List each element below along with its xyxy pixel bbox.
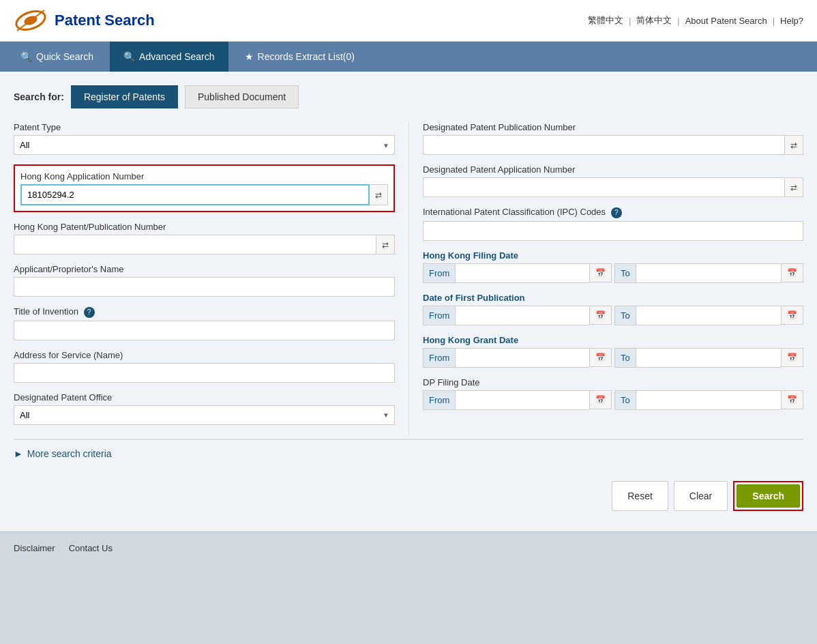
search-button[interactable]: Search: [737, 484, 800, 508]
tab-published-document[interactable]: Published Document: [185, 85, 299, 108]
ipc-codes-input[interactable]: [423, 221, 803, 241]
patent-type-label: Patent Type: [14, 122, 395, 132]
dp-filing-date-from-cal[interactable]: 📅: [589, 390, 612, 409]
search-btn-wrapper: Search: [733, 481, 803, 511]
hk-grant-date-from: From 📅: [423, 348, 612, 368]
hk-pub-number-wrapper: ⇄: [14, 235, 395, 254]
tab-quick-search[interactable]: 🔍 Quick Search: [7, 42, 107, 72]
title-help-icon[interactable]: ?: [84, 307, 95, 318]
dp-filing-date-to: To 📅: [614, 390, 803, 410]
date-first-pub-from-input[interactable]: [456, 306, 589, 325]
hk-app-number-swap-btn[interactable]: ⇄: [370, 184, 388, 205]
hk-filing-date-to-cal[interactable]: 📅: [781, 263, 803, 282]
hk-grant-date-to-input[interactable]: [636, 348, 781, 368]
desig-app-number-input[interactable]: [423, 177, 785, 197]
hk-app-number-label: Hong Kong Application Number: [20, 171, 388, 181]
applicant-name-field: Applicant/Proprietor's Name: [14, 264, 395, 297]
ipc-codes-label: International Patent Classification (IPC…: [423, 207, 803, 218]
applicant-name-input[interactable]: [14, 277, 395, 297]
designated-patent-office-select[interactable]: All: [14, 405, 395, 425]
designated-patent-office-field: Designated Patent Office All: [14, 392, 395, 425]
hk-grant-date-field: Hong Kong Grant Date From 📅 To 📅: [423, 335, 803, 368]
patent-type-wrapper: All Standard Patent Short-term Patent: [14, 135, 395, 155]
title-of-invention-input[interactable]: [14, 321, 395, 340]
footer: Disclaimer Contact Us: [0, 531, 817, 564]
patent-type-select[interactable]: All Standard Patent Short-term Patent: [14, 135, 395, 155]
date-first-pub-from-label: From: [423, 306, 456, 325]
address-for-service-label: Address for Service (Name): [14, 350, 395, 360]
hk-filing-date-from: From 📅: [423, 263, 612, 283]
search-for-label: Search for:: [14, 91, 64, 102]
desig-pub-number-label: Designated Patent Publication Number: [423, 122, 803, 132]
lang-simplified[interactable]: 简体中文: [636, 14, 672, 27]
date-first-pub-field: Date of First Publication From 📅 To 📅: [423, 293, 803, 325]
right-column: Designated Patent Publication Number ⇄ D…: [409, 122, 803, 435]
search-icon-adv: 🔍: [123, 51, 135, 62]
search-for-row: Search for: Register of Patents Publishe…: [14, 85, 803, 108]
desig-pub-number-swap-btn[interactable]: ⇄: [785, 135, 803, 155]
hk-filing-date-range: From 📅 To 📅: [423, 263, 803, 283]
hk-pub-number-input[interactable]: [14, 235, 376, 254]
chevron-right-icon: ►: [14, 448, 23, 459]
clear-button[interactable]: Clear: [674, 481, 728, 511]
hk-filing-date-from-cal[interactable]: 📅: [589, 263, 612, 282]
about-link[interactable]: About Patent Search: [685, 16, 767, 26]
hk-pub-number-field: Hong Kong Patent/Publication Number ⇄: [14, 222, 395, 254]
desig-pub-number-field: Designated Patent Publication Number ⇄: [423, 122, 803, 155]
date-first-pub-label: Date of First Publication: [423, 293, 803, 303]
footer-disclaimer[interactable]: Disclaimer: [14, 543, 55, 553]
date-first-pub-to-cal[interactable]: 📅: [781, 306, 803, 325]
ipc-codes-wrapper: [423, 221, 803, 241]
hk-grant-date-from-label: From: [423, 348, 456, 368]
dp-filing-date-to-label: To: [614, 390, 636, 410]
hk-filing-date-to-label: To: [614, 263, 636, 283]
date-first-pub-from-cal[interactable]: 📅: [589, 306, 612, 325]
dp-filing-date-from-input[interactable]: [456, 390, 589, 410]
tab-advanced-search[interactable]: 🔍 Advanced Search: [110, 42, 228, 72]
star-icon: ★: [245, 51, 254, 62]
date-first-pub-to-input[interactable]: [636, 306, 781, 325]
desig-pub-number-wrapper: ⇄: [423, 135, 803, 155]
designated-patent-office-wrapper: All: [14, 405, 395, 425]
hk-grant-date-from-input[interactable]: [456, 348, 589, 368]
footer-contact-us[interactable]: Contact Us: [69, 543, 113, 553]
date-first-pub-range: From 📅 To 📅: [423, 306, 803, 325]
hk-grant-date-from-cal[interactable]: 📅: [589, 348, 612, 367]
more-search-criteria[interactable]: ► More search criteria: [14, 439, 803, 467]
hk-grant-date-label: Hong Kong Grant Date: [423, 335, 803, 345]
hk-filing-date-from-label: From: [423, 263, 456, 283]
applicant-name-label: Applicant/Proprietor's Name: [14, 264, 395, 274]
designated-patent-office-label: Designated Patent Office: [14, 392, 395, 402]
patent-type-field: Patent Type All Standard Patent Short-te…: [14, 122, 395, 155]
hk-filing-date-to: To 📅: [614, 263, 803, 283]
lang-traditional[interactable]: 繁體中文: [588, 14, 623, 27]
dp-filing-date-to-cal[interactable]: 📅: [781, 390, 803, 409]
dp-filing-date-label: DP Filing Date: [423, 377, 803, 387]
hk-filing-date-from-input[interactable]: [456, 263, 589, 283]
date-first-pub-to-label: To: [614, 306, 636, 325]
desig-app-number-label: Designated Patent Application Number: [423, 164, 803, 175]
address-for-service-input[interactable]: [14, 363, 395, 383]
title-of-invention-label: Title of Invention ?: [14, 306, 395, 318]
logo-area: Patent Search: [14, 7, 155, 34]
hk-filing-date-to-input[interactable]: [636, 263, 781, 283]
tab-register-of-patents[interactable]: Register of Patents: [71, 85, 178, 108]
date-first-pub-to: To 📅: [614, 306, 803, 325]
action-row: Reset Clear Search: [14, 474, 803, 518]
header: Patent Search 繁體中文 | 简体中文 | About Patent…: [0, 0, 817, 42]
applicant-name-wrapper: [14, 277, 395, 297]
hk-app-number-input[interactable]: [20, 184, 370, 205]
ipc-help-icon[interactable]: ?: [611, 207, 622, 218]
tab-records-extract[interactable]: ★ Records Extract List(0): [231, 42, 368, 72]
help-link[interactable]: Help?: [780, 16, 803, 26]
navbar: 🔍 Quick Search 🔍 Advanced Search ★ Recor…: [0, 42, 817, 72]
hk-pub-number-swap-btn[interactable]: ⇄: [376, 235, 395, 254]
hk-grant-date-to-cal[interactable]: 📅: [781, 348, 803, 367]
desig-app-number-swap-btn[interactable]: ⇄: [785, 177, 803, 197]
dp-filing-date-to-input[interactable]: [636, 390, 781, 410]
desig-pub-number-input[interactable]: [423, 135, 785, 155]
dp-filing-date-from: From 📅: [423, 390, 612, 410]
address-for-service-field: Address for Service (Name): [14, 350, 395, 383]
form-grid: Patent Type All Standard Patent Short-te…: [14, 122, 803, 435]
reset-button[interactable]: Reset: [612, 481, 668, 511]
